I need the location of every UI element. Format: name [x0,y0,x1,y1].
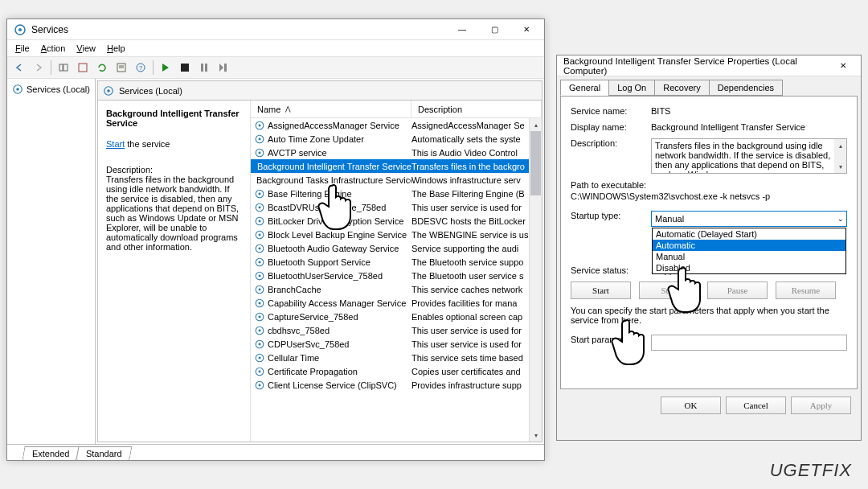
service-row[interactable]: Cellular TimeThis service sets time base… [251,351,542,364]
apply-button[interactable]: Apply [791,397,851,414]
sort-icon: ⋀ [285,105,291,113]
scrollbar[interactable]: ▴ ▾ [529,118,542,442]
service-row[interactable]: Auto Time Zone UpdaterAutomatically sets… [251,132,542,146]
service-row[interactable]: Bluetooth Support ServiceThe Bluetooth s… [251,255,542,269]
description-box[interactable]: Transfers files in the background using … [651,138,847,174]
start-button[interactable]: Start [571,281,631,299]
refresh-button[interactable] [93,59,111,76]
dialog-close-button[interactable]: ✕ [827,55,859,76]
desc-scrollbar[interactable]: ▴▾ [834,139,846,173]
tab-dependencies[interactable]: Dependencies [709,80,783,96]
service-row[interactable]: CDPUserSvc_758edThis user service is use… [251,337,542,351]
service-row[interactable]: Base Filtering EngineThe Base Filtering … [251,187,542,200]
column-description[interactable]: Description [411,101,542,117]
start-link[interactable]: Start [106,139,125,149]
option-automatic[interactable]: Automatic [653,240,845,251]
pause-service-button[interactable] [195,59,213,76]
properties-button[interactable] [113,59,130,76]
gear-icon [254,325,265,336]
tab-general[interactable]: General [560,80,609,96]
cancel-button[interactable]: Cancel [726,397,786,414]
service-row[interactable]: BluetoothUserService_758edThe Bluetooth … [251,269,542,282]
startup-type-combo[interactable]: Manual⌄ Automatic (Delayed Start) Automa… [651,211,847,227]
service-row[interactable]: AVCTP serviceThis is Audio Video Control [251,146,542,159]
pause-button[interactable]: Pause [707,281,768,299]
tree-services-local[interactable]: Services (Local) [10,82,92,97]
watermark: UGETFIX [770,460,852,481]
stop-service-button[interactable] [176,59,194,76]
gear-icon [254,257,265,268]
menu-help[interactable]: Help [102,42,130,55]
svg-rect-4 [79,64,87,72]
tab-recovery[interactable]: Recovery [654,80,709,96]
chevron-down-icon: ⌄ [837,215,844,223]
forward-button[interactable] [30,59,47,76]
column-name[interactable]: Name ⋀ [251,101,411,117]
service-row[interactable]: BranchCacheThis service caches network [251,282,542,296]
option-disabled[interactable]: Disabled [653,262,845,273]
service-row[interactable]: BitLocker Drive Encryption ServiceBDESVC… [251,214,542,228]
service-row[interactable]: CaptureService_758edEnables optional scr… [251,310,542,323]
svg-point-49 [259,329,261,331]
svg-point-21 [259,138,261,140]
service-desc: This is Audio Video Control [411,148,542,158]
maximize-button[interactable]: ▢ [478,19,510,39]
gear-icon [254,339,265,350]
scroll-up-icon[interactable]: ▴ [530,118,542,131]
tab-standard[interactable]: Standard [76,446,133,460]
service-name: Background Tasks Infrastructure Service [256,175,411,185]
tab-extended[interactable]: Extended [23,446,80,460]
service-row[interactable]: Certificate PropagationCopies user certi… [251,364,542,378]
menu-file[interactable]: File [10,42,35,55]
toolbar: ? [7,56,544,79]
scroll-thumb[interactable] [530,131,541,195]
service-row[interactable]: cbdhsvc_758edThis user service is used f… [251,323,542,337]
resume-button[interactable]: Resume [776,281,836,299]
service-row[interactable]: Block Level Backup Engine ServiceThe WBE… [251,228,542,241]
service-name-label: Service name: [571,106,651,116]
export-button[interactable] [74,59,92,76]
service-row[interactable]: Background Intelligent Transfer ServiceT… [251,159,542,173]
service-row[interactable]: Background Tasks Infrastructure ServiceW… [251,173,542,187]
detail-pane: Background Intelligent Transfer Service … [98,101,251,442]
service-list: Name ⋀ Description AssignedAccessManager… [251,101,542,442]
description-text: Transfers files in the background using … [106,175,242,252]
svg-point-39 [259,261,261,263]
svg-point-41 [259,274,261,277]
startup-type-label: Startup type: [571,211,651,227]
dialog-title: Background Intelligent Transfer Service … [559,56,827,76]
tab-logon[interactable]: Log On [608,80,655,96]
back-button[interactable] [10,59,28,76]
menu-action[interactable]: Action [36,42,71,55]
ok-button[interactable]: OK [661,397,721,414]
close-button[interactable]: ✕ [510,19,542,39]
service-name: Block Level Backup Engine Service [268,230,407,240]
start-service-button[interactable] [157,59,174,76]
gear-icon [254,298,265,309]
svg-point-53 [259,356,261,359]
option-manual[interactable]: Manual [653,251,845,262]
description-label: Description: [571,138,651,174]
minimize-button[interactable]: — [446,19,478,39]
help-button[interactable]: ? [132,59,149,76]
gear-icon [254,366,265,377]
service-row[interactable]: BcastDVRUserService_758edThis user servi… [251,200,542,214]
service-row[interactable]: Client License Service (ClipSVC)Provides… [251,378,542,392]
service-row[interactable]: Capability Access Manager ServiceProvide… [251,296,542,310]
service-name: AVCTP service [268,148,327,158]
window-title: Services [31,24,446,35]
restart-service-button[interactable] [215,59,232,76]
start-params-input[interactable] [651,335,847,351]
service-row[interactable]: Bluetooth Audio Gateway ServiceService s… [251,241,542,255]
service-desc: Automatically sets the syste [411,134,542,144]
scroll-down-icon[interactable]: ▾ [530,429,542,442]
option-automatic-delayed[interactable]: Automatic (Delayed Start) [653,228,845,240]
dialog-tabs: General Log On Recovery Dependencies [557,76,861,96]
service-row[interactable]: AssignedAccessManager ServiceAssignedAcc… [251,118,542,132]
description-label: Description: [106,165,242,175]
service-desc: Service supporting the audi [411,244,542,253]
stop-button[interactable]: Stop [639,281,699,299]
menu-view[interactable]: View [72,42,100,55]
show-hide-button[interactable] [55,59,72,76]
gear-icon [254,270,265,281]
